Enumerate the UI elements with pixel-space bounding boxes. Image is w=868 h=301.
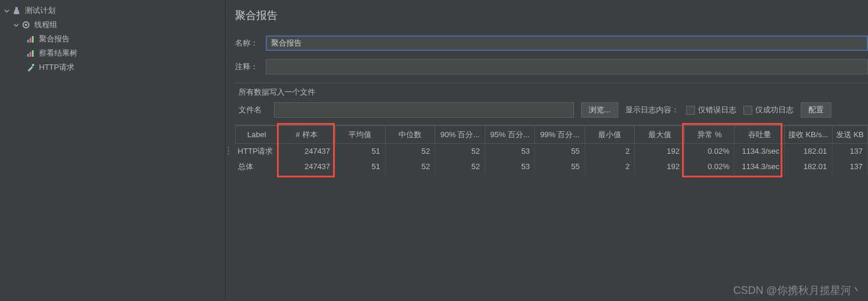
cell: 247437 — [278, 144, 335, 159]
cell: 53 — [485, 144, 535, 159]
cell: 52 — [435, 159, 485, 174]
tree-label: 线程组 — [34, 20, 57, 30]
checkbox-icon — [686, 106, 695, 115]
column-header[interactable]: 平均值 — [335, 126, 386, 144]
name-row: 名称： — [235, 35, 868, 51]
file-section-title: 所有数据写入一个文件 — [235, 86, 868, 102]
cell: 51 — [335, 144, 386, 159]
tree-label: 聚合报告 — [39, 34, 70, 44]
cell: 137 — [832, 159, 867, 174]
column-header[interactable]: 95% 百分... — [485, 126, 535, 144]
column-header[interactable]: # 样本 — [278, 126, 335, 144]
svg-rect-7 — [32, 50, 34, 57]
cell: 52 — [385, 144, 435, 159]
tree-panel[interactable]: 测试计划 线程组 聚合报告 察看结果树 HTTP请求 — [0, 0, 226, 301]
row-label: 总体 — [236, 159, 278, 174]
only-error-checkbox[interactable]: 仅错误日志 — [686, 105, 736, 115]
tree-label: 测试计划 — [25, 5, 56, 16]
column-header[interactable]: 99% 百分... — [535, 126, 585, 144]
main-panel: 聚合报告 名称： 注释： 所有数据写入一个文件 文件名 浏览... 显示日志内容… — [226, 0, 868, 301]
comment-label: 注释： — [235, 62, 266, 72]
cell: 137 — [832, 144, 867, 159]
tree-label: 察看结果树 — [39, 48, 77, 59]
cell: 0.02% — [684, 144, 735, 159]
cell: 182.01 — [785, 159, 833, 174]
column-header[interactable]: 异常 % — [684, 126, 735, 144]
comment-row: 注释： — [235, 59, 868, 75]
svg-point-1 — [25, 24, 27, 26]
checkbox-icon — [743, 106, 752, 115]
name-label: 名称： — [235, 38, 266, 48]
column-header[interactable]: 最小值 — [585, 126, 635, 144]
svg-point-8 — [32, 64, 34, 66]
column-header[interactable]: Label — [236, 126, 278, 144]
chart-icon — [26, 34, 35, 44]
filename-input[interactable] — [274, 102, 574, 118]
column-header[interactable]: 90% 百分... — [435, 126, 485, 144]
cell: 192 — [635, 144, 685, 159]
tree-item-results-tree[interactable]: 察看结果树 — [0, 46, 225, 60]
svg-rect-3 — [30, 38, 31, 43]
column-header[interactable]: 发送 KB — [832, 126, 867, 144]
only-success-label: 仅成功日志 — [755, 105, 794, 115]
chevron-down-icon[interactable] — [2, 7, 11, 15]
column-header[interactable]: 中位数 — [385, 126, 435, 144]
filename-label: 文件名 — [239, 105, 267, 115]
comment-input[interactable] — [266, 59, 868, 75]
tree-item-aggregate-report[interactable]: 聚合报告 — [0, 32, 225, 46]
flask-icon — [12, 6, 21, 15]
cell: 0.02% — [684, 159, 735, 174]
cell: 182.01 — [785, 144, 833, 159]
results-table[interactable]: Label# 样本平均值中位数90% 百分...95% 百分...99% 百分.… — [235, 125, 868, 174]
only-success-checkbox[interactable]: 仅成功日志 — [743, 105, 794, 115]
page-title: 聚合报告 — [235, 8, 868, 22]
cell: 52 — [385, 159, 435, 174]
cell: 53 — [485, 159, 535, 174]
svg-rect-5 — [27, 54, 29, 57]
gear-icon — [21, 20, 31, 30]
cell: 55 — [535, 144, 585, 159]
chevron-down-icon[interactable] — [12, 21, 20, 29]
tree-item-http-request[interactable]: HTTP请求 — [0, 60, 225, 75]
watermark: CSDN @你携秋月揽星河丶 — [733, 283, 862, 297]
column-header[interactable]: 吞吐量 — [735, 126, 785, 144]
table-header-row: Label# 样本平均值中位数90% 百分...95% 百分...99% 百分.… — [236, 126, 868, 144]
file-row: 文件名 浏览... 显示日志内容： 仅错误日志 仅成功日志 配置 — [235, 102, 868, 118]
svg-rect-4 — [32, 36, 34, 43]
file-section: 所有数据写入一个文件 文件名 浏览... 显示日志内容： 仅错误日志 仅成功日志… — [235, 83, 868, 118]
svg-rect-2 — [27, 40, 29, 43]
cell: 1134.3/sec — [735, 159, 785, 174]
cell: 2 — [585, 144, 635, 159]
table-row[interactable]: 总体247437515252535521920.02%1134.3/sec182… — [236, 159, 868, 174]
name-input[interactable] — [266, 35, 868, 51]
cell: 1134.3/sec — [735, 144, 785, 159]
splitter-handle[interactable] — [228, 147, 229, 154]
tree-item-threadgroup[interactable]: 线程组 — [0, 18, 225, 32]
cell: 2 — [585, 159, 635, 174]
pipette-icon — [26, 63, 35, 72]
cell: 192 — [635, 159, 685, 174]
column-header[interactable]: 最大值 — [635, 126, 685, 144]
column-header[interactable]: 接收 KB/s... — [785, 126, 833, 144]
tree-item-testplan[interactable]: 测试计划 — [0, 4, 225, 18]
table-row[interactable]: HTTP请求247437515252535521920.02%1134.3/se… — [236, 144, 868, 159]
chart-icon — [26, 48, 35, 58]
only-error-label: 仅错误日志 — [698, 105, 736, 115]
config-button[interactable]: 配置 — [801, 102, 831, 118]
cell: 52 — [435, 144, 485, 159]
cell: 51 — [335, 159, 386, 174]
tree-label: HTTP请求 — [39, 62, 74, 73]
cell: 247437 — [278, 159, 335, 174]
browse-button[interactable]: 浏览... — [581, 102, 618, 118]
svg-rect-6 — [30, 52, 31, 57]
log-show-label: 显示日志内容： — [625, 105, 679, 115]
cell: 55 — [535, 159, 585, 174]
row-label: HTTP请求 — [236, 144, 278, 159]
